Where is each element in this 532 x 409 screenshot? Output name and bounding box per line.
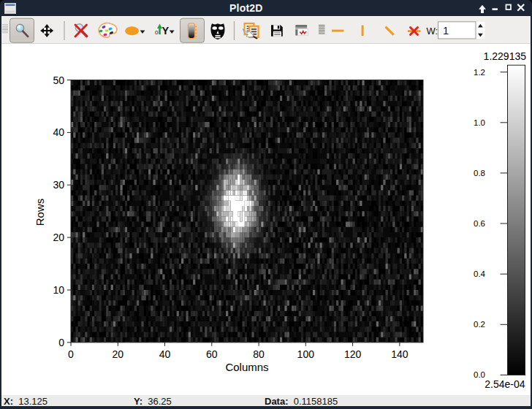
svg-text:0.0: 0.0 — [474, 370, 485, 379]
svg-text:0.4: 0.4 — [474, 270, 486, 278]
svg-text:100: 100 — [297, 348, 315, 360]
svg-text:10: 10 — [53, 284, 64, 296]
svg-text:1: 1 — [443, 25, 449, 37]
svg-text:20: 20 — [53, 232, 64, 243]
svg-text:20: 20 — [113, 348, 124, 360]
svg-text:0: 0 — [68, 348, 74, 360]
svg-text:0.8: 0.8 — [474, 169, 485, 177]
svg-text:0.6: 0.6 — [474, 219, 485, 228]
svg-text:2.54e-04: 2.54e-04 — [484, 378, 525, 390]
svg-text:Rows: Rows — [34, 199, 46, 226]
svg-text:0.2: 0.2 — [474, 320, 485, 329]
svg-text:1.0: 1.0 — [474, 118, 485, 127]
svg-text:50: 50 — [53, 74, 64, 86]
svg-text:120: 120 — [344, 348, 362, 360]
svg-text:Columns: Columns — [225, 361, 268, 373]
svg-text:1.2: 1.2 — [474, 68, 485, 77]
svg-text:40: 40 — [53, 126, 64, 138]
svg-text:Y: Y — [162, 25, 170, 37]
svg-text:80: 80 — [253, 348, 265, 360]
svg-text:W:: W: — [427, 26, 438, 37]
svg-text:30: 30 — [53, 179, 64, 191]
svg-text:140: 140 — [391, 348, 408, 360]
svg-text:0: 0 — [155, 29, 159, 36]
svg-text:0: 0 — [58, 337, 64, 348]
svg-text:40: 40 — [159, 348, 171, 360]
svg-text:1.229135: 1.229135 — [484, 50, 527, 62]
svg-text:60: 60 — [206, 348, 218, 360]
